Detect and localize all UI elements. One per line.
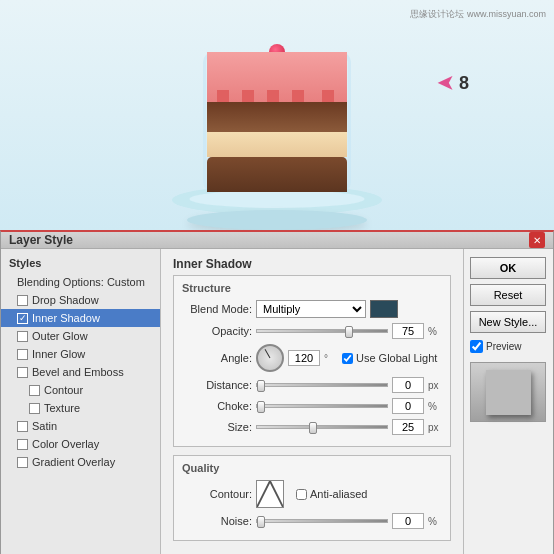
layer-style-dialog: Layer Style ✕ Styles Blending Options: C…: [0, 230, 554, 554]
texture-label: Texture: [44, 402, 80, 414]
options-panel: Inner Shadow Structure Blend Mode: Multi…: [161, 249, 463, 554]
annotation-number: 8: [459, 73, 469, 94]
contour-label: Contour:: [182, 488, 252, 500]
size-slider[interactable]: [256, 425, 388, 429]
cake-layer-pink: [207, 52, 347, 102]
reset-button[interactable]: Reset: [470, 284, 546, 306]
satin-checkbox[interactable]: [17, 421, 28, 432]
watermark: 思缘设计论坛 www.missyuan.com: [410, 8, 546, 21]
choke-unit: %: [428, 401, 442, 412]
preview-checkbox[interactable]: [470, 340, 483, 353]
size-input[interactable]: [392, 419, 424, 435]
noise-row: Noise: %: [182, 513, 442, 529]
drop-shadow-label: Drop Shadow: [32, 294, 99, 306]
global-light-text: Use Global Light: [356, 352, 437, 364]
contour-label: Contour: [44, 384, 83, 396]
blend-mode-select[interactable]: Multiply: [256, 300, 366, 318]
dialog-titlebar: Layer Style ✕: [1, 232, 553, 249]
style-item-texture[interactable]: Texture: [1, 399, 160, 417]
distance-row: Distance: px: [182, 377, 442, 393]
opacity-input[interactable]: [392, 323, 424, 339]
contour-row: Contour: Anti-aliased: [182, 480, 442, 508]
color-overlay-checkbox[interactable]: [17, 439, 28, 450]
contour-preview[interactable]: [256, 480, 284, 508]
inner-glow-checkbox[interactable]: [17, 349, 28, 360]
noise-slider[interactable]: [256, 519, 388, 523]
style-item-inner-shadow[interactable]: ✓ Inner Shadow: [1, 309, 160, 327]
angle-input[interactable]: [288, 350, 320, 366]
style-item-outer-glow[interactable]: Outer Glow: [1, 327, 160, 345]
blending-options-item[interactable]: Blending Options: Custom: [1, 273, 160, 291]
outer-glow-checkbox[interactable]: [17, 331, 28, 342]
choke-thumb[interactable]: [257, 401, 265, 413]
choke-slider[interactable]: [256, 404, 388, 408]
noise-thumb[interactable]: [257, 516, 265, 528]
close-button[interactable]: ✕: [529, 232, 545, 248]
blending-options-label: Blending Options: Custom: [17, 276, 145, 288]
size-unit: px: [428, 422, 442, 433]
distance-slider[interactable]: [256, 383, 388, 387]
preview-box: [470, 362, 546, 422]
distance-thumb[interactable]: [257, 380, 265, 392]
distance-input[interactable]: [392, 377, 424, 393]
buttons-panel: OK Reset New Style... Preview: [463, 249, 553, 554]
noise-input[interactable]: [392, 513, 424, 529]
cake-illustration: [167, 20, 387, 230]
anti-aliased-checkbox[interactable]: [296, 489, 307, 500]
angle-dial[interactable]: [256, 344, 284, 372]
style-item-contour[interactable]: Contour: [1, 381, 160, 399]
style-item-bevel-emboss[interactable]: Bevel and Emboss: [1, 363, 160, 381]
anti-aliased-label: Anti-aliased: [296, 488, 367, 500]
global-light-checkbox[interactable]: [342, 353, 353, 364]
size-thumb[interactable]: [309, 422, 317, 434]
global-light-label: Use Global Light: [342, 352, 437, 364]
noise-unit: %: [428, 516, 442, 527]
opacity-slider[interactable]: [256, 329, 388, 333]
choke-input[interactable]: [392, 398, 424, 414]
inner-glow-label: Inner Glow: [32, 348, 85, 360]
texture-checkbox[interactable]: [29, 403, 40, 414]
plate-base: [187, 210, 367, 230]
anti-aliased-text: Anti-aliased: [310, 488, 367, 500]
contour-checkbox[interactable]: [29, 385, 40, 396]
style-item-color-overlay[interactable]: Color Overlay: [1, 435, 160, 453]
angle-row: Angle: ° Use Global Light: [182, 344, 442, 372]
dialog-title: Layer Style: [9, 233, 529, 247]
style-item-inner-glow[interactable]: Inner Glow: [1, 345, 160, 363]
satin-label: Satin: [32, 420, 57, 432]
gradient-overlay-label: Gradient Overlay: [32, 456, 115, 468]
gradient-overlay-checkbox[interactable]: [17, 457, 28, 468]
opacity-row: Opacity: %: [182, 323, 442, 339]
inner-shadow-checkbox[interactable]: ✓: [17, 313, 28, 324]
preview-checkbox-row: Preview: [470, 340, 547, 353]
opacity-label: Opacity:: [182, 325, 252, 337]
distance-label: Distance:: [182, 379, 252, 391]
drop-shadow-checkbox[interactable]: [17, 295, 28, 306]
quality-section: Quality Contour: Anti-aliased: [173, 455, 451, 541]
styles-header: Styles: [1, 255, 160, 273]
blend-color-swatch[interactable]: [370, 300, 398, 318]
canvas-area: ➤ 8 思缘设计论坛 www.missyuan.com: [0, 0, 554, 230]
styles-panel: Styles Blending Options: Custom Drop Sha…: [1, 249, 161, 554]
new-style-button[interactable]: New Style...: [470, 311, 546, 333]
color-overlay-label: Color Overlay: [32, 438, 99, 450]
bevel-emboss-checkbox[interactable]: [17, 367, 28, 378]
blend-mode-row: Blend Mode: Multiply: [182, 300, 442, 318]
structure-title: Structure: [182, 282, 442, 294]
dialog-body: Styles Blending Options: Custom Drop Sha…: [1, 249, 553, 554]
blend-mode-label: Blend Mode:: [182, 303, 252, 315]
distance-unit: px: [428, 380, 442, 391]
arrow-icon: ➤: [437, 70, 455, 96]
cake-layer-choc: [207, 102, 347, 132]
inner-shadow-label: Inner Shadow: [32, 312, 100, 324]
style-item-satin[interactable]: Satin: [1, 417, 160, 435]
opacity-thumb[interactable]: [345, 326, 353, 338]
quality-title: Quality: [182, 462, 442, 474]
style-item-gradient-overlay[interactable]: Gradient Overlay: [1, 453, 160, 471]
angle-needle: [265, 349, 271, 358]
preview-label: Preview: [486, 341, 522, 352]
preview-inner: [486, 370, 531, 415]
style-item-drop-shadow[interactable]: Drop Shadow: [1, 291, 160, 309]
angle-label: Angle:: [182, 352, 252, 364]
ok-button[interactable]: OK: [470, 257, 546, 279]
